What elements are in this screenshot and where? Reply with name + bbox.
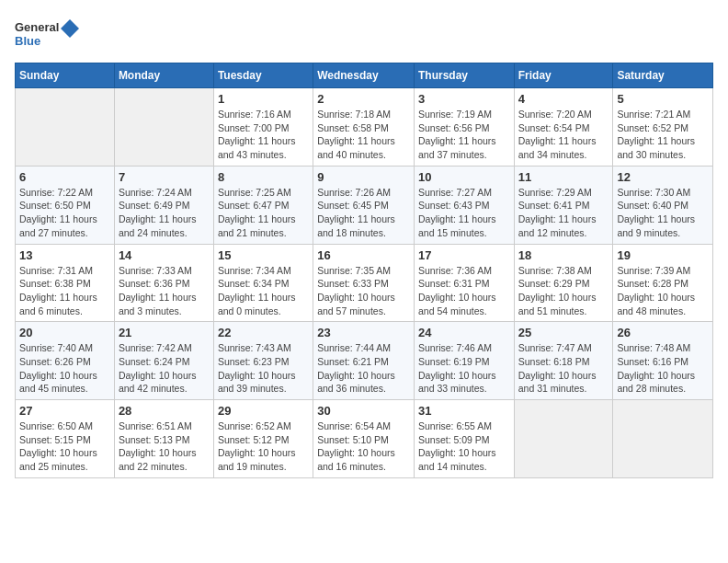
svg-text:Blue: Blue [15,34,40,48]
day-detail: Sunrise: 7:31 AMSunset: 6:38 PMDaylight:… [19,264,110,318]
calendar-cell: 6Sunrise: 7:22 AMSunset: 6:50 PMDaylight… [16,166,115,244]
calendar-cell: 25Sunrise: 7:47 AMSunset: 6:18 PMDayligh… [514,322,613,400]
day-detail: Sunrise: 7:44 AMSunset: 6:21 PMDaylight:… [317,341,410,396]
day-number: 24 [418,326,510,339]
weekday-header-saturday: Saturday [613,63,713,88]
calendar-cell: 23Sunrise: 7:44 AMSunset: 6:21 PMDayligh… [313,322,415,400]
day-detail: Sunrise: 7:21 AMSunset: 6:52 PMDaylight:… [617,108,709,162]
calendar-cell: 26Sunrise: 7:48 AMSunset: 6:16 PMDayligh… [613,322,713,400]
weekday-header-sunday: Sunday [16,63,115,88]
calendar-cell: 31Sunrise: 6:55 AMSunset: 5:09 PMDayligh… [414,400,514,478]
day-detail: Sunrise: 7:40 AMSunset: 6:26 PMDaylight:… [19,341,110,396]
day-detail: Sunrise: 7:25 AMSunset: 6:47 PMDaylight:… [218,186,309,240]
calendar-cell: 27Sunrise: 6:50 AMSunset: 5:15 PMDayligh… [16,400,115,478]
day-number: 21 [119,326,210,339]
calendar-cell [16,88,115,167]
calendar-cell: 8Sunrise: 7:25 AMSunset: 6:47 PMDaylight… [213,166,313,244]
day-detail: Sunrise: 6:54 AMSunset: 5:10 PMDaylight:… [317,419,410,474]
weekday-header-tuesday: Tuesday [213,63,313,88]
calendar-cell: 5Sunrise: 7:21 AMSunset: 6:52 PMDaylight… [613,88,713,167]
calendar-cell: 9Sunrise: 7:26 AMSunset: 6:45 PMDaylight… [313,166,415,244]
calendar-cell: 21Sunrise: 7:42 AMSunset: 6:24 PMDayligh… [114,322,213,400]
day-number: 2 [317,92,410,106]
calendar-week-1: 1Sunrise: 7:16 AMSunset: 7:00 PMDaylight… [16,88,713,167]
day-detail: Sunrise: 7:24 AMSunset: 6:49 PMDaylight:… [119,186,210,240]
calendar-cell: 10Sunrise: 7:27 AMSunset: 6:43 PMDayligh… [414,166,514,244]
day-detail: Sunrise: 7:35 AMSunset: 6:33 PMDaylight:… [317,264,410,318]
weekday-header-friday: Friday [514,63,613,88]
day-detail: Sunrise: 7:18 AMSunset: 6:58 PMDaylight:… [317,108,410,162]
day-number: 14 [119,248,210,262]
day-number: 22 [218,326,309,339]
day-number: 4 [518,92,609,106]
calendar-cell: 1Sunrise: 7:16 AMSunset: 7:00 PMDaylight… [213,88,313,167]
calendar-week-5: 27Sunrise: 6:50 AMSunset: 5:15 PMDayligh… [16,400,713,478]
day-number: 20 [19,326,110,339]
day-detail: Sunrise: 7:26 AMSunset: 6:45 PMDaylight:… [317,186,410,240]
calendar-cell: 17Sunrise: 7:36 AMSunset: 6:31 PMDayligh… [414,244,514,322]
day-detail: Sunrise: 7:48 AMSunset: 6:16 PMDaylight:… [617,341,709,396]
calendar-cell: 16Sunrise: 7:35 AMSunset: 6:33 PMDayligh… [313,244,415,322]
weekday-header-wednesday: Wednesday [313,63,415,88]
day-number: 18 [518,248,609,262]
calendar-table: SundayMondayTuesdayWednesdayThursdayFrid… [15,63,713,478]
day-number: 5 [617,92,709,106]
day-detail: Sunrise: 6:52 AMSunset: 5:12 PMDaylight:… [218,419,309,474]
day-detail: Sunrise: 7:43 AMSunset: 6:23 PMDaylight:… [218,341,309,396]
day-detail: Sunrise: 6:50 AMSunset: 5:15 PMDaylight:… [19,419,110,474]
day-number: 12 [617,170,709,184]
day-number: 16 [317,248,410,262]
day-number: 29 [218,404,309,418]
day-detail: Sunrise: 6:51 AMSunset: 5:13 PMDaylight:… [119,419,210,474]
weekday-header-row: SundayMondayTuesdayWednesdayThursdayFrid… [16,63,713,88]
calendar-cell: 19Sunrise: 7:39 AMSunset: 6:28 PMDayligh… [613,244,713,322]
svg-text:General: General [15,20,59,34]
day-number: 15 [218,248,309,262]
svg-marker-2 [61,19,79,38]
calendar-cell: 13Sunrise: 7:31 AMSunset: 6:38 PMDayligh… [16,244,115,322]
day-detail: Sunrise: 7:39 AMSunset: 6:28 PMDaylight:… [617,264,709,318]
day-number: 31 [418,404,510,418]
day-detail: Sunrise: 7:34 AMSunset: 6:34 PMDaylight:… [218,264,309,318]
day-number: 25 [518,326,609,339]
day-number: 23 [317,326,410,339]
day-detail: Sunrise: 7:38 AMSunset: 6:29 PMDaylight:… [518,264,609,318]
day-number: 8 [218,170,309,184]
calendar-cell: 3Sunrise: 7:19 AMSunset: 6:56 PMDaylight… [414,88,514,167]
day-detail: Sunrise: 7:22 AMSunset: 6:50 PMDaylight:… [19,186,110,240]
day-number: 13 [19,248,110,262]
day-number: 7 [119,170,210,184]
day-detail: Sunrise: 7:36 AMSunset: 6:31 PMDaylight:… [418,264,510,318]
day-number: 3 [418,92,510,106]
day-detail: Sunrise: 7:19 AMSunset: 6:56 PMDaylight:… [418,108,510,162]
calendar-week-2: 6Sunrise: 7:22 AMSunset: 6:50 PMDaylight… [16,166,713,244]
day-detail: Sunrise: 7:30 AMSunset: 6:40 PMDaylight:… [617,186,709,240]
calendar-week-3: 13Sunrise: 7:31 AMSunset: 6:38 PMDayligh… [16,244,713,322]
day-detail: Sunrise: 7:33 AMSunset: 6:36 PMDaylight:… [119,264,210,318]
day-detail: Sunrise: 7:16 AMSunset: 7:00 PMDaylight:… [218,108,309,162]
day-number: 6 [19,170,110,184]
day-detail: Sunrise: 7:46 AMSunset: 6:19 PMDaylight:… [418,341,510,396]
day-number: 17 [418,248,510,262]
calendar-cell: 28Sunrise: 6:51 AMSunset: 5:13 PMDayligh… [114,400,213,478]
day-detail: Sunrise: 7:42 AMSunset: 6:24 PMDaylight:… [119,341,210,396]
day-number: 27 [19,404,110,418]
calendar-cell: 20Sunrise: 7:40 AMSunset: 6:26 PMDayligh… [16,322,115,400]
calendar-cell: 29Sunrise: 6:52 AMSunset: 5:12 PMDayligh… [213,400,313,478]
calendar-cell: 22Sunrise: 7:43 AMSunset: 6:23 PMDayligh… [213,322,313,400]
calendar-cell: 11Sunrise: 7:29 AMSunset: 6:41 PMDayligh… [514,166,613,244]
day-detail: Sunrise: 7:27 AMSunset: 6:43 PMDaylight:… [418,186,510,240]
calendar-week-4: 20Sunrise: 7:40 AMSunset: 6:26 PMDayligh… [16,322,713,400]
day-number: 30 [317,404,410,418]
calendar-cell: 18Sunrise: 7:38 AMSunset: 6:29 PMDayligh… [514,244,613,322]
calendar-cell [114,88,213,167]
day-number: 28 [119,404,210,418]
calendar-cell: 4Sunrise: 7:20 AMSunset: 6:54 PMDaylight… [514,88,613,167]
day-number: 11 [518,170,609,184]
calendar-cell: 7Sunrise: 7:24 AMSunset: 6:49 PMDaylight… [114,166,213,244]
day-detail: Sunrise: 6:55 AMSunset: 5:09 PMDaylight:… [418,419,510,474]
logo-svg: General Blue [15,15,79,52]
calendar-cell: 12Sunrise: 7:30 AMSunset: 6:40 PMDayligh… [613,166,713,244]
day-number: 26 [617,326,709,339]
calendar-cell: 2Sunrise: 7:18 AMSunset: 6:58 PMDaylight… [313,88,415,167]
